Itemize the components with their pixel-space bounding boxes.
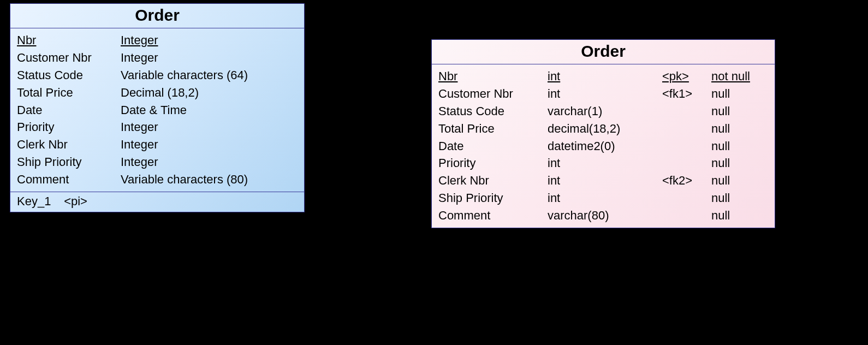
column-row: Date datetime2(0) null: [438, 138, 768, 155]
column-name: Customer Nbr: [17, 49, 121, 67]
column-null: null: [711, 138, 768, 155]
column-type: Integer: [121, 118, 298, 136]
column-name: Nbr: [438, 68, 548, 85]
column-type: varchar(80): [548, 207, 662, 224]
column-type: int: [548, 189, 662, 207]
column-row: Priority Integer: [17, 118, 298, 136]
column-key: [662, 189, 711, 207]
column-name: Ship Priority: [17, 153, 121, 171]
key-name: Key_1: [17, 194, 61, 209]
column-type: Integer: [121, 32, 298, 49]
column-key: <fk2>: [662, 172, 711, 189]
column-row: Status Code varchar(1) null: [438, 103, 768, 120]
column-type: int: [548, 68, 662, 85]
column-key: [662, 138, 711, 155]
column-key: [662, 103, 711, 120]
column-row: Clerk Nbr Integer: [17, 136, 298, 153]
column-type: decimal(18,2): [548, 120, 662, 138]
column-row: Ship Priority int null: [438, 189, 768, 207]
column-name: Nbr: [17, 32, 121, 49]
column-null: null: [711, 120, 768, 138]
column-row: Clerk Nbr int <fk2> null: [438, 172, 768, 189]
column-key: [662, 154, 711, 172]
column-row: Status Code Variable characters (64): [17, 67, 298, 84]
column-type: int: [548, 154, 662, 172]
column-row: Customer Nbr Integer: [17, 49, 298, 67]
column-type: varchar(1): [548, 103, 662, 120]
column-name: Status Code: [17, 67, 121, 84]
column-null: not null: [711, 68, 768, 85]
column-name: Total Price: [438, 120, 548, 138]
column-row: Customer Nbr int <fk1> null: [438, 85, 768, 103]
column-null: null: [711, 189, 768, 207]
column-name: Priority: [438, 154, 548, 172]
column-row: Total Price Decimal (18,2): [17, 84, 298, 102]
entity-columns: Nbr Integer Customer Nbr Integer Status …: [10, 28, 304, 192]
column-name: Status Code: [438, 103, 548, 120]
column-row: Comment varchar(80) null: [438, 207, 768, 224]
column-row: Date Date & Time: [17, 102, 298, 119]
column-name: Total Price: [17, 84, 121, 102]
column-row: Ship Priority Integer: [17, 153, 298, 171]
column-type: Integer: [121, 49, 298, 67]
column-type: Variable characters (64): [121, 67, 298, 84]
column-name: Date: [17, 102, 121, 119]
column-null: null: [711, 172, 768, 189]
key-tag: <pi>: [64, 194, 87, 208]
column-name: Priority: [17, 118, 121, 136]
column-type: Integer: [121, 153, 298, 171]
column-type: Decimal (18,2): [121, 84, 298, 102]
column-key: [662, 207, 711, 224]
column-null: null: [711, 103, 768, 120]
column-key: <pk>: [662, 68, 711, 85]
column-name: Date: [438, 138, 548, 155]
entity-keys: Key_1 <pi>: [10, 192, 304, 212]
column-row: Nbr Integer: [17, 32, 298, 49]
column-name: Comment: [438, 207, 548, 224]
entity-columns: Nbr int <pk> not null Customer Nbr int <…: [432, 64, 775, 228]
column-type: Date & Time: [121, 102, 298, 119]
column-null: null: [711, 207, 768, 224]
entity-order-conceptual: Order Nbr Integer Customer Nbr Integer S…: [10, 3, 305, 212]
column-key: [662, 120, 711, 138]
entity-title: Order: [432, 40, 775, 64]
column-row: Nbr int <pk> not null: [438, 68, 768, 85]
column-name: Clerk Nbr: [438, 172, 548, 189]
column-row: Comment Variable characters (80): [17, 171, 298, 188]
entity-order-physical: Order Nbr int <pk> not null Customer Nbr…: [431, 39, 775, 228]
column-type: Variable characters (80): [121, 171, 298, 188]
column-type: Integer: [121, 136, 298, 153]
column-name: Ship Priority: [438, 189, 548, 207]
column-null: null: [711, 154, 768, 172]
column-type: datetime2(0): [548, 138, 662, 155]
column-row: Priority int null: [438, 154, 768, 172]
column-name: Customer Nbr: [438, 85, 548, 103]
column-null: null: [711, 85, 768, 103]
column-type: int: [548, 85, 662, 103]
column-row: Total Price decimal(18,2) null: [438, 120, 768, 138]
column-key: <fk1>: [662, 85, 711, 103]
column-name: Clerk Nbr: [17, 136, 121, 153]
column-name: Comment: [17, 171, 121, 188]
column-type: int: [548, 172, 662, 189]
entity-title: Order: [10, 4, 304, 28]
